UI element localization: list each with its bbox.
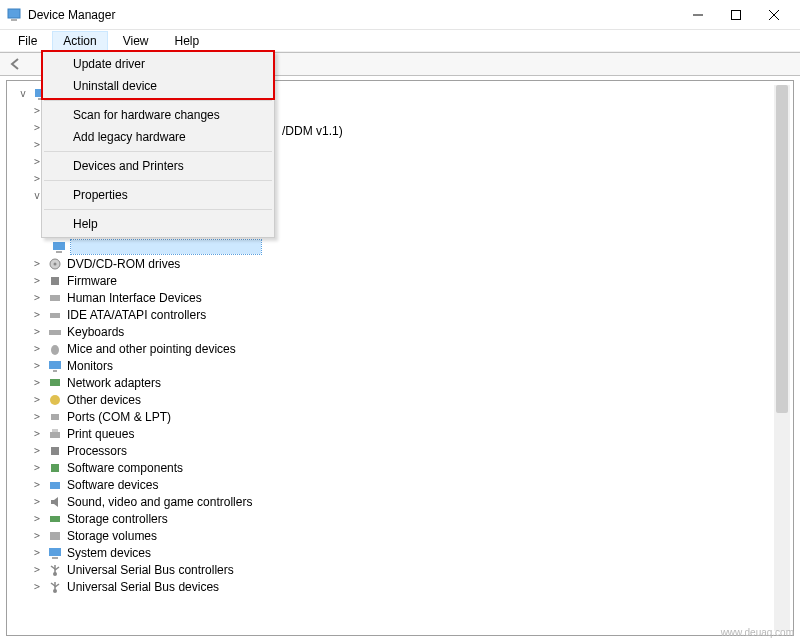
expand-icon[interactable]: > [31, 326, 43, 337]
svg-rect-13 [50, 295, 60, 301]
expand-icon[interactable]: > [31, 496, 43, 507]
menu-separator [44, 180, 272, 181]
tree-label: IDE ATA/ATAPI controllers [67, 308, 206, 322]
menu-add-legacy[interactable]: Add legacy hardware [43, 126, 273, 148]
menu-separator [44, 100, 272, 101]
back-button[interactable] [6, 54, 26, 74]
expand-icon[interactable]: > [31, 547, 43, 558]
expand-icon[interactable]: > [31, 581, 43, 592]
tree-cat[interactable]: >Storage controllers [9, 510, 791, 527]
collapse-icon[interactable]: v [17, 88, 29, 99]
svg-rect-22 [50, 432, 60, 438]
tree-cat[interactable]: >Mice and other pointing devices [9, 340, 791, 357]
tree-device-selected[interactable] [9, 238, 791, 255]
menu-action[interactable]: Action [53, 32, 106, 50]
expand-icon[interactable]: > [31, 394, 43, 405]
scrollbar-thumb[interactable] [776, 85, 788, 413]
svg-rect-1 [11, 19, 17, 21]
tree-cat[interactable]: >Print queues [9, 425, 791, 442]
expand-icon[interactable]: > [31, 360, 43, 371]
expand-icon[interactable]: > [31, 258, 43, 269]
usb-icon [47, 562, 63, 578]
expand-icon[interactable]: > [31, 530, 43, 541]
expand-icon[interactable]: > [31, 343, 43, 354]
svg-rect-14 [50, 313, 60, 318]
svg-rect-17 [49, 361, 61, 369]
expand-icon[interactable]: > [31, 411, 43, 422]
tree-cat[interactable]: >IDE ATA/ATAPI controllers [9, 306, 791, 323]
tree-scrollbar[interactable] [774, 85, 790, 631]
tree-cat[interactable]: >Firmware [9, 272, 791, 289]
svg-rect-28 [50, 516, 60, 522]
close-button[interactable] [768, 9, 780, 21]
tree-cat[interactable]: >Other devices [9, 391, 791, 408]
port-icon [47, 409, 63, 425]
tree-label: Keyboards [67, 325, 124, 339]
expand-icon[interactable]: > [31, 428, 43, 439]
system-icon [47, 545, 63, 561]
tree-label: Firmware [67, 274, 117, 288]
unknown-icon [47, 392, 63, 408]
tree-cat[interactable]: >Universal Serial Bus controllers [9, 561, 791, 578]
tree-label: Ports (COM & LPT) [67, 410, 171, 424]
menu-devices-printers[interactable]: Devices and Printers [43, 155, 273, 177]
tree-cat[interactable]: >Processors [9, 442, 791, 459]
keyboard-icon [47, 324, 63, 340]
tree-cat[interactable]: >Software devices [9, 476, 791, 493]
menu-scan-hardware[interactable]: Scan for hardware changes [43, 104, 273, 126]
svg-point-11 [54, 262, 57, 265]
action-menu-dropdown: Update driver Uninstall device Scan for … [41, 50, 275, 238]
tree-cat[interactable]: >System devices [9, 544, 791, 561]
expand-icon[interactable]: > [31, 275, 43, 286]
svg-rect-21 [51, 414, 59, 420]
expand-icon[interactable]: > [31, 564, 43, 575]
menu-update-driver[interactable]: Update driver [43, 53, 273, 75]
tree-cat[interactable]: >Monitors [9, 357, 791, 374]
app-icon [6, 7, 22, 23]
expand-icon[interactable]: > [31, 462, 43, 473]
menu-file[interactable]: File [8, 32, 47, 50]
expand-icon[interactable]: > [31, 292, 43, 303]
tree-cat[interactable]: >Ports (COM & LPT) [9, 408, 791, 425]
tree-cat[interactable]: >Sound, video and game controllers [9, 493, 791, 510]
cpu-icon [47, 443, 63, 459]
printer-icon [47, 426, 63, 442]
tree-cat[interactable]: >Storage volumes [9, 527, 791, 544]
expand-icon[interactable]: > [31, 377, 43, 388]
menu-properties[interactable]: Properties [43, 184, 273, 206]
mouse-icon [47, 341, 63, 357]
usb-icon [47, 579, 63, 595]
menu-help[interactable]: Help [165, 32, 210, 50]
svg-rect-30 [49, 548, 61, 556]
menu-bar: File Action View Help [0, 30, 800, 52]
expand-icon[interactable]: > [31, 479, 43, 490]
tree-label: DVD/CD-ROM drives [67, 257, 180, 271]
menu-help[interactable]: Help [43, 213, 273, 235]
volume-icon [47, 528, 63, 544]
tree-cat[interactable]: >Network adapters [9, 374, 791, 391]
tree-label: Software components [67, 461, 183, 475]
expand-icon[interactable]: > [31, 309, 43, 320]
tree-label: Software devices [67, 478, 158, 492]
svg-rect-26 [50, 482, 60, 489]
software-icon [47, 477, 63, 493]
svg-point-16 [51, 345, 59, 355]
svg-rect-29 [50, 532, 60, 540]
maximize-button[interactable] [730, 9, 742, 21]
svg-rect-9 [56, 251, 62, 253]
tree-cat[interactable]: >DVD/CD-ROM drives [9, 255, 791, 272]
tree-label: Sound, video and game controllers [67, 495, 252, 509]
tree-cat[interactable]: >Human Interface Devices [9, 289, 791, 306]
minimize-button[interactable] [692, 9, 704, 21]
expand-icon[interactable]: > [31, 513, 43, 524]
hid-icon [47, 290, 63, 306]
expand-icon[interactable]: > [31, 445, 43, 456]
tree-cat[interactable]: >Keyboards [9, 323, 791, 340]
menu-view[interactable]: View [113, 32, 159, 50]
tree-cat[interactable]: >Universal Serial Bus devices [9, 578, 791, 595]
tree-cat[interactable]: >Software components [9, 459, 791, 476]
window-title: Device Manager [28, 8, 115, 22]
svg-rect-12 [51, 277, 59, 285]
menu-uninstall-device[interactable]: Uninstall device [43, 75, 273, 97]
title-bar: Device Manager [0, 0, 800, 30]
